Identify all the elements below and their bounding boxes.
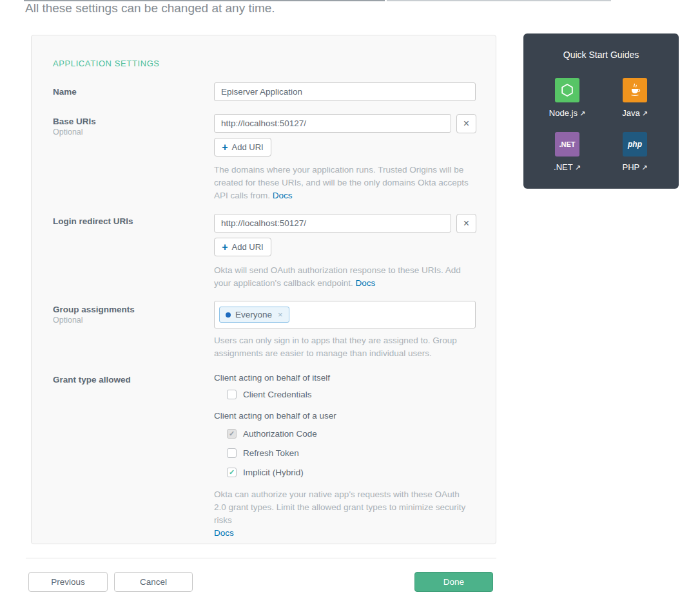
name-label: Name (53, 87, 77, 97)
base-uris-help-text: The domains where your application runs.… (214, 165, 469, 200)
external-link-icon: ↗ (579, 109, 585, 117)
application-settings-card: APPLICATION SETTINGS Name Base URIs Opti… (31, 35, 496, 544)
external-link-icon: ↗ (641, 164, 647, 171)
grant-type-help-text: Okta can authorize your native app's req… (214, 489, 465, 525)
plus-icon: + (222, 242, 228, 252)
dotnet-icon: .NET (555, 132, 579, 157)
group-assignments-optional: Optional (53, 316, 83, 325)
grant-group-user-heading: Client acting on behalf of a user (214, 411, 336, 421)
okta-group-icon (226, 312, 231, 318)
quick-start-guides-panel: Quick Start Guides Node.js↗ Java↗ . (523, 33, 679, 189)
clipped-text-remnant (387, 0, 611, 1)
checkbox-implicit-hybrid[interactable]: ✓ Implicit (Hybrid) (227, 468, 304, 477)
login-redirect-docs-link[interactable]: Docs (355, 278, 375, 288)
remove-group-icon[interactable]: × (278, 310, 283, 319)
checkbox-checked-disabled-icon: ✓ (227, 429, 237, 439)
group-chip-everyone[interactable]: Everyone × (219, 307, 289, 323)
php-label: PHP (623, 162, 640, 172)
checkbox-checked-icon: ✓ (227, 468, 237, 477)
login-redirect-uri-input[interactable] (214, 214, 451, 233)
add-login-redirect-uri-button[interactable]: + Add URI (214, 238, 271, 256)
base-uri-input[interactable] (214, 114, 451, 133)
checkbox-refresh-token[interactable]: Refresh Token (227, 448, 299, 458)
intro-text: All these settings can be changed at any… (25, 1, 275, 15)
java-cup-icon (623, 78, 647, 102)
add-base-uri-button[interactable]: + Add URI (214, 138, 271, 157)
add-uri-label: Add URI (232, 242, 264, 252)
name-input[interactable] (214, 82, 476, 101)
quick-start-java[interactable]: Java↗ (606, 78, 664, 118)
base-uris-label: Base URIs (53, 117, 96, 126)
checkbox-authorization-code: ✓ Authorization Code (227, 429, 317, 439)
footer-divider (26, 558, 496, 558)
grant-type-docs-link[interactable]: Docs (214, 527, 234, 540)
nodejs-hexagon-icon (555, 78, 579, 102)
remove-base-uri-button[interactable]: × (456, 114, 476, 133)
checkbox-unchecked-icon (227, 390, 237, 399)
close-icon: × (463, 118, 469, 129)
done-button[interactable]: Done (414, 572, 493, 592)
cancel-button[interactable]: Cancel (114, 572, 193, 592)
page: All these settings can be changed at any… (0, 0, 700, 608)
base-uris-docs-link[interactable]: Docs (273, 191, 293, 200)
plus-icon: + (222, 142, 228, 153)
close-icon: × (463, 218, 469, 229)
previous-button[interactable]: Previous (28, 572, 108, 592)
group-assignments-help: Users can only sign in to apps that they… (214, 334, 473, 360)
quick-start-dotnet[interactable]: .NET .NET↗ (538, 132, 596, 172)
external-link-icon: ↗ (642, 109, 648, 117)
nodejs-label: Node.js (549, 108, 578, 118)
base-uris-optional: Optional (53, 128, 83, 137)
base-uris-help: The domains where your application runs.… (214, 164, 473, 202)
quick-start-nodejs[interactable]: Node.js↗ (538, 78, 596, 118)
login-redirect-help: Okta will send OAuth authorization respo… (214, 264, 473, 290)
login-redirect-uris-label: Login redirect URIs (53, 216, 133, 226)
quick-start-title: Quick Start Guides (523, 50, 679, 60)
grant-type-help: Okta can authorize your native app's req… (214, 488, 473, 540)
group-assignments-label: Group assignments (53, 305, 135, 314)
quick-start-php[interactable]: php PHP↗ (606, 132, 664, 172)
java-label: Java (622, 108, 639, 118)
external-link-icon: ↗ (575, 164, 581, 171)
grant-group-itself-heading: Client acting on behalf of itself (214, 373, 330, 383)
section-heading: APPLICATION SETTINGS (53, 59, 160, 68)
checkbox-unchecked-icon (227, 448, 237, 458)
checkbox-client-credentials[interactable]: Client Credentials (227, 390, 312, 399)
group-assignments-input[interactable]: Everyone × (214, 301, 476, 328)
dotnet-label: .NET (554, 162, 573, 172)
login-redirect-help-text: Okta will send OAuth authorization respo… (214, 265, 461, 288)
grant-type-label: Grant type allowed (53, 375, 131, 385)
remove-login-redirect-uri-button[interactable]: × (456, 214, 476, 233)
php-icon: php (623, 132, 647, 157)
add-uri-label: Add URI (232, 142, 264, 152)
group-chip-label: Everyone (235, 310, 272, 319)
